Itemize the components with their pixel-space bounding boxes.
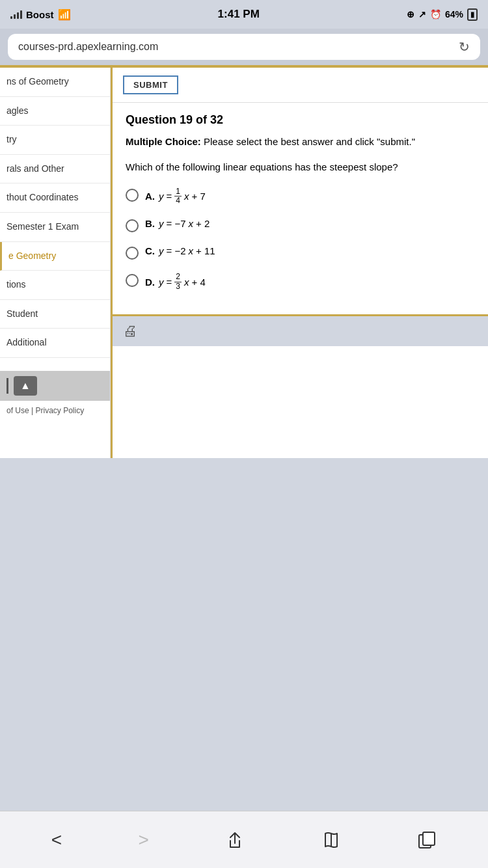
bookmark-button[interactable]	[321, 830, 341, 850]
radio-c[interactable]	[126, 247, 139, 260]
sidebar-item-1[interactable]: agles	[0, 97, 110, 126]
sidebar-footer: ▲	[0, 371, 110, 401]
fraction-a: 1 4	[174, 187, 182, 205]
navigation-icon: ↗	[418, 9, 426, 20]
sidebar-item-2[interactable]: try	[0, 126, 110, 155]
question-text: Which of the following linear equations …	[126, 160, 475, 175]
status-bar: Boost 📶 1:41 PM ⊕ ↗ ⏰ 64% ▮	[0, 0, 488, 29]
ios-toolbar: < >	[0, 811, 488, 868]
address-bar[interactable]: courses-prd.apexlearning.com ↻	[8, 34, 480, 60]
sidebar-item-5[interactable]: Semester 1 Exam	[0, 213, 110, 242]
content-footer: 🖨	[113, 314, 488, 346]
sidebar-divider	[7, 378, 8, 394]
back-button[interactable]: <	[51, 830, 62, 850]
sidebar-item-4[interactable]: thout Coordinates	[0, 183, 110, 213]
content-header: SUBMIT	[113, 68, 488, 103]
question-instruction: Multiple Choice: Please select the best …	[126, 135, 475, 150]
alarm-icon: ⏰	[430, 9, 441, 20]
sidebar-item-9[interactable]: Additional	[0, 329, 110, 358]
sidebar-item-8[interactable]: Student	[0, 300, 110, 329]
question-instruction-text: Please select the best answer and click …	[204, 136, 415, 147]
svg-rect-2	[423, 832, 435, 845]
wifi-icon: 📶	[58, 8, 71, 21]
forward-button[interactable]: >	[139, 830, 149, 850]
browser-chrome: courses-prd.apexlearning.com ↻	[0, 29, 488, 65]
share-button[interactable]	[225, 830, 245, 850]
carrier-info: Boost 📶	[10, 8, 71, 21]
url-text: courses-prd.apexlearning.com	[18, 41, 158, 53]
answer-choice-d[interactable]: D. y = 2 3 x + 4	[126, 273, 475, 290]
sidebar: ns of Geometry agles try rals and Other …	[0, 68, 111, 458]
sidebar-scroll-up-button[interactable]: ▲	[14, 376, 37, 396]
sidebar-item-3[interactable]: rals and Other	[0, 155, 110, 184]
battery-percent: 64%	[445, 9, 463, 20]
answer-c-content: C. y = −2x + 11	[145, 245, 215, 256]
reload-button[interactable]: ↻	[459, 39, 470, 55]
signal-icon	[10, 10, 22, 19]
page-footer-links: of Use | Privacy Policy	[0, 401, 110, 420]
fraction-d: 2 3	[174, 273, 182, 290]
submit-button[interactable]: SUBMIT	[123, 75, 178, 94]
tabs-icon	[417, 830, 437, 850]
question-title: Question 19 of 32	[126, 113, 475, 127]
bottom-gray-area	[0, 458, 488, 783]
answer-d-content: D. y = 2 3 x + 4	[145, 273, 206, 290]
book-icon	[321, 830, 341, 850]
answer-choice-b[interactable]: B. y = −7x + 2	[126, 218, 475, 232]
status-time: 1:41 PM	[218, 8, 260, 21]
answer-choice-c[interactable]: C. y = −2x + 11	[126, 245, 475, 260]
answer-b-content: B. y = −7x + 2	[145, 218, 210, 229]
terms-link[interactable]: of Use	[7, 406, 29, 415]
tabs-button[interactable]	[417, 830, 437, 850]
sidebar-item-6[interactable]: e Geometry	[0, 242, 110, 271]
footer-separator: |	[31, 406, 33, 415]
answer-a-content: A. y = 1 4 x + 7	[145, 187, 206, 205]
answer-choice-a[interactable]: A. y = 1 4 x + 7	[126, 187, 475, 205]
battery-icon: ▮	[467, 8, 478, 21]
sidebar-item-7[interactable]: tions	[0, 271, 110, 300]
question-type: Multiple Choice:	[126, 136, 201, 147]
location-icon: ⊕	[407, 9, 414, 20]
content-area: SUBMIT Question 19 of 32 Multiple Choice…	[111, 68, 488, 458]
sidebar-item-0[interactable]: ns of Geometry	[0, 68, 110, 97]
radio-a[interactable]	[126, 189, 139, 202]
main-layout: ns of Geometry agles try rals and Other …	[0, 68, 488, 458]
carrier-name: Boost	[26, 9, 54, 20]
radio-b[interactable]	[126, 219, 139, 232]
radio-d[interactable]	[126, 274, 139, 287]
print-icon[interactable]: 🖨	[123, 323, 137, 340]
question-content: Question 19 of 32 Multiple Choice: Pleas…	[113, 103, 488, 314]
status-right-icons: ⊕ ↗ ⏰ 64% ▮	[407, 8, 478, 21]
share-icon	[225, 830, 245, 850]
privacy-link[interactable]: Privacy Policy	[36, 406, 85, 415]
